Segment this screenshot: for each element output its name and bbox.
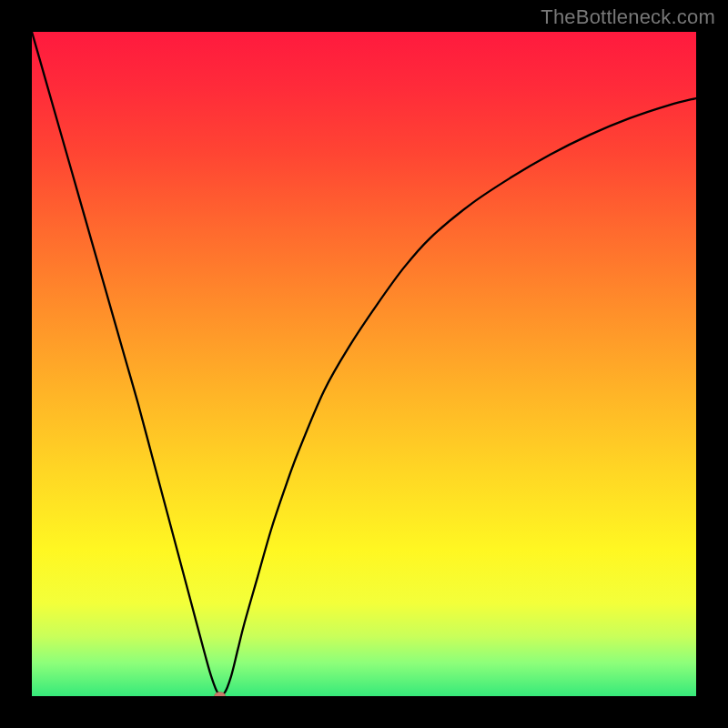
plot-area [32, 32, 696, 696]
bottleneck-curve [32, 32, 696, 695]
chart-frame: TheBottleneck.com [0, 0, 728, 728]
watermark-text: TheBottleneck.com [541, 5, 715, 29]
chart-svg [32, 32, 696, 696]
